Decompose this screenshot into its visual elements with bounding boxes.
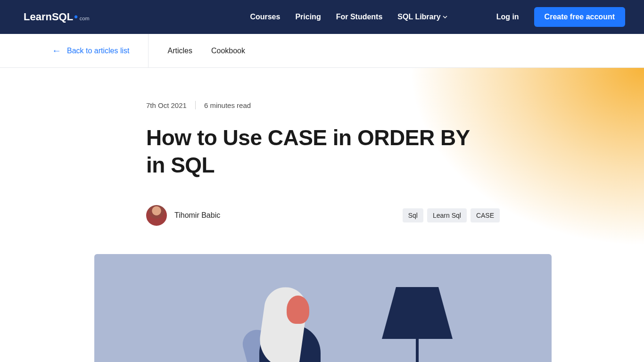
tag-learn-sql[interactable]: Learn Sql [427,208,467,222]
author-block[interactable]: Tihomir Babic [146,205,220,226]
tags-group: Sql Learn Sql CASE [403,208,500,222]
meta-divider [195,101,196,109]
logo-text: LearnSQL [24,11,73,23]
article-title: How to Use CASE in ORDER BY in SQL [146,124,476,179]
article-meta: 7th Oct 2021 6 minutes read [146,101,500,109]
arrow-left-icon: ← [52,45,61,56]
article-container: 7th Oct 2021 6 minutes read How to Use C… [0,68,500,362]
article-date: 7th Oct 2021 [146,101,187,109]
sub-navigation: ← Back to articles list Articles Cookboo… [0,34,644,68]
author-name: Tihomir Babic [174,211,220,220]
nav-sql-library[interactable]: SQL Library [397,13,447,21]
subnav-cookbook[interactable]: Cookbook [211,47,245,55]
logo-suffix: com [80,16,90,21]
person-illustration [236,282,330,362]
site-logo[interactable]: LearnSQL • com [24,11,90,23]
byline-row: Tihomir Babic Sql Learn Sql CASE [146,205,500,226]
nav-pricing[interactable]: Pricing [295,13,321,21]
chevron-down-icon [443,16,447,18]
author-avatar [146,205,167,226]
logo-dot-icon: • [74,11,78,23]
hero-illustration [94,254,552,362]
back-to-articles-link[interactable]: ← Back to articles list [52,45,129,56]
divider [148,34,149,67]
subnav-articles[interactable]: Articles [167,47,192,55]
lamp-illustration [382,287,453,362]
create-account-button[interactable]: Create free account [534,7,625,27]
nav-for-students[interactable]: For Students [336,13,383,21]
nav-login[interactable]: Log in [496,13,519,21]
top-navigation: LearnSQL • com Courses Pricing For Stude… [0,0,644,34]
article-read-time: 6 minutes read [204,101,251,109]
tag-case[interactable]: CASE [471,208,500,222]
nav-items-group: Courses Pricing For Students SQL Library… [250,7,625,27]
back-label: Back to articles list [67,47,129,55]
nav-courses[interactable]: Courses [250,13,280,21]
tag-sql[interactable]: Sql [403,208,423,222]
